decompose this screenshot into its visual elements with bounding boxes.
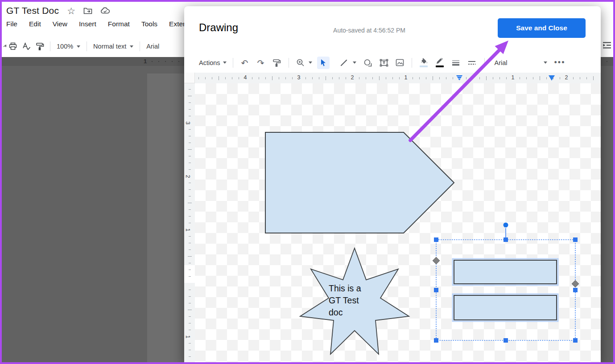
zoom-caret-icon[interactable] xyxy=(309,61,312,64)
ruler-tick xyxy=(339,77,339,79)
ruler-tick xyxy=(189,303,191,303)
ruler-tick xyxy=(188,96,192,96)
menu-item-tools[interactable]: Tools xyxy=(141,20,157,28)
menu-item-format[interactable]: Format xyxy=(108,20,130,28)
ruler-tick xyxy=(453,77,453,79)
drawing-dialog: Drawing Auto-saved at 4:56:52 PM Save an… xyxy=(184,6,601,364)
undo-icon[interactable]: ↶ xyxy=(239,56,251,70)
ruler-tick xyxy=(212,77,212,79)
ruler-corner xyxy=(184,73,195,83)
ruler-tick xyxy=(189,263,191,263)
ruler-tick xyxy=(426,77,426,79)
star-text-line-2[interactable]: GT Test xyxy=(329,295,359,305)
ruler-tick xyxy=(479,77,480,79)
ruler-tick xyxy=(189,276,191,277)
paragraph-style-select[interactable]: Normal text xyxy=(91,43,136,50)
rotation-handle[interactable] xyxy=(504,223,508,228)
ruler-tick xyxy=(546,77,547,79)
resize-handle-n[interactable] xyxy=(504,237,508,242)
insert-image-icon[interactable] xyxy=(394,56,406,70)
ruler-tick xyxy=(232,77,232,79)
ruler-tick xyxy=(433,76,433,80)
shape-tool[interactable] xyxy=(362,56,374,70)
save-and-close-button[interactable]: Save and Close xyxy=(498,18,586,38)
docs-ruler-number: 1 xyxy=(144,58,147,65)
resize-handle-ne[interactable] xyxy=(573,237,578,242)
menu-item-insert[interactable]: Insert xyxy=(79,20,96,28)
line-tool[interactable] xyxy=(338,56,350,70)
star-text-line-1[interactable]: This is a xyxy=(329,283,361,293)
ruler-tick xyxy=(593,76,594,80)
adjust-handle-right[interactable] xyxy=(572,280,579,287)
ruler-tick xyxy=(319,77,319,79)
ruler-tick xyxy=(439,77,440,79)
select-tool[interactable] xyxy=(317,57,330,69)
ruler-tick xyxy=(189,109,191,110)
line-tool-caret-icon[interactable] xyxy=(353,61,356,64)
ruler-tick xyxy=(188,256,192,257)
resize-handle-s[interactable] xyxy=(504,338,508,343)
right-indent-marker[interactable] xyxy=(549,75,555,81)
left-indent-marker[interactable] xyxy=(456,75,462,81)
resize-handle-se[interactable] xyxy=(573,338,578,343)
ruler-tick xyxy=(506,77,507,79)
text-box-tool[interactable] xyxy=(378,56,390,70)
ruler-tick xyxy=(272,76,272,80)
clipped-toolbar-icon[interactable] xyxy=(0,43,6,50)
resize-handles[interactable] xyxy=(434,237,578,343)
ruler-tick xyxy=(372,77,373,79)
drawing-font-select[interactable]: Arial xyxy=(495,59,547,66)
ruler-tick xyxy=(526,77,527,79)
h-ruler-number: 4 xyxy=(244,74,247,81)
fill-color-tool[interactable] xyxy=(418,56,429,70)
move-folder-icon[interactable] xyxy=(83,7,92,15)
ruler-tick xyxy=(205,77,206,79)
rectangle-shape-2[interactable] xyxy=(454,295,557,320)
cloud-saved-icon[interactable] xyxy=(100,7,110,15)
border-color-tool[interactable] xyxy=(434,56,446,70)
ruler-tick xyxy=(189,196,191,196)
resize-handle-e[interactable] xyxy=(573,288,578,292)
border-dash-tool[interactable] xyxy=(466,56,478,70)
doc-title[interactable]: GT Test Doc xyxy=(6,5,59,16)
resize-handle-nw[interactable] xyxy=(434,237,438,242)
ruler-tick xyxy=(292,77,293,79)
ruler-tick xyxy=(219,76,219,80)
menu-item-edit[interactable]: Edit xyxy=(29,20,41,28)
ruler-tick xyxy=(189,323,191,323)
pentagon-shape[interactable] xyxy=(265,132,454,233)
more-options-icon[interactable]: ••• xyxy=(554,58,565,67)
border-weight-tool[interactable] xyxy=(450,56,462,70)
spellcheck-icon[interactable] xyxy=(20,42,33,50)
star-text-line-3[interactable]: doc xyxy=(329,307,343,317)
ruler-tick xyxy=(305,77,306,79)
menu-item-file[interactable]: File xyxy=(6,20,17,28)
v-ruler-number: 1 xyxy=(185,335,191,339)
menu-item-view[interactable]: View xyxy=(53,20,67,28)
ruler-tick xyxy=(189,350,191,350)
resize-handle-w[interactable] xyxy=(434,288,438,292)
paint-format-icon[interactable] xyxy=(271,56,283,70)
indent-outline-icon[interactable] xyxy=(602,41,612,52)
rectangle-shape-1[interactable] xyxy=(454,260,557,284)
ruler-tick xyxy=(189,290,191,290)
drawing-canvas[interactable]: This is a GT Test doc xyxy=(195,83,601,364)
print-icon[interactable] xyxy=(6,42,20,50)
redo-icon[interactable]: ↷ xyxy=(255,56,267,70)
drawing-toolbar: Actions ↶ ↷ xyxy=(184,53,601,73)
ruler-tick xyxy=(413,77,413,79)
ruler-tick xyxy=(189,243,191,243)
ruler-tick xyxy=(366,77,366,79)
resize-handle-sw[interactable] xyxy=(434,338,438,343)
paint-format-icon[interactable] xyxy=(33,42,46,50)
zoom-icon[interactable] xyxy=(295,56,306,70)
ruler-tick xyxy=(419,77,420,79)
font-family-select[interactable]: Arial xyxy=(144,43,162,50)
zoom-select[interactable]: 100% xyxy=(54,43,83,50)
selection-bounding-box[interactable] xyxy=(436,240,575,340)
actions-menu[interactable]: Actions xyxy=(199,59,227,66)
ruler-tick xyxy=(189,356,191,357)
adjust-handle-left[interactable] xyxy=(433,257,440,264)
chevron-down-icon xyxy=(77,45,80,48)
star-favorite-icon[interactable]: ☆ xyxy=(67,6,75,16)
